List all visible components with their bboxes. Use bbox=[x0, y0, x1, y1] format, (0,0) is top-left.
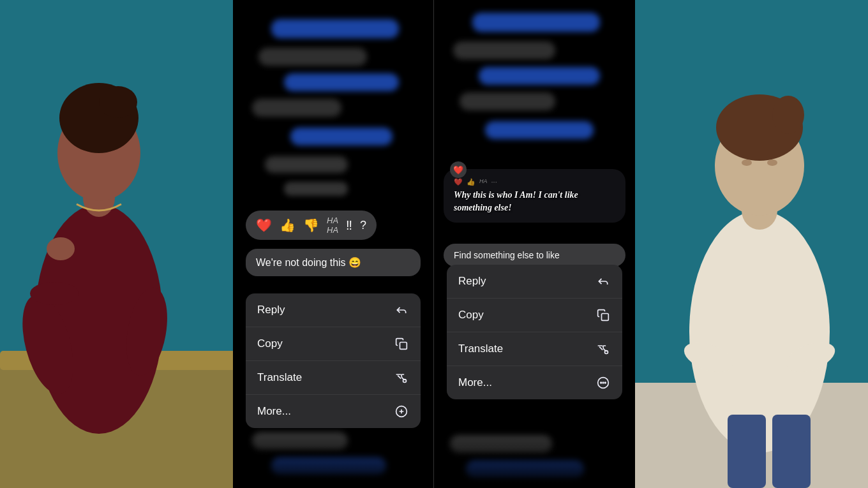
callout-text-right: Why this is who I Am! I can't like somet… bbox=[454, 189, 615, 214]
blur-msg-r4 bbox=[460, 92, 555, 110]
svg-point-10 bbox=[99, 86, 137, 118]
blur-msg-4 bbox=[252, 99, 341, 117]
context-menu-right: Reply Copy Translate bbox=[447, 265, 622, 399]
message-bubble-left: We're not doing this 😄 bbox=[246, 249, 421, 276]
callout-bubble-right: ❤️ ❤️ 👍 HA ··· Why this is who I Am! I c… bbox=[444, 169, 625, 223]
svg-point-31 bbox=[601, 382, 602, 383]
translate-icon-right bbox=[595, 341, 611, 357]
more-icon-left bbox=[394, 404, 409, 419]
react-more: ··· bbox=[491, 178, 497, 186]
phone-left: ❤️ 👍 👎 HAHA ‼️ ? We're not doing this 😄 … bbox=[233, 0, 434, 488]
react-thumb: 👍 bbox=[467, 178, 475, 186]
background-left bbox=[0, 0, 239, 488]
blur-msg-r3 bbox=[479, 67, 600, 85]
blur-msg-1 bbox=[271, 19, 399, 38]
svg-point-33 bbox=[605, 382, 606, 383]
menu-label-more-right: More... bbox=[458, 376, 492, 389]
reaction-haha[interactable]: HAHA bbox=[327, 216, 338, 235]
reply-icon-left bbox=[394, 302, 409, 318]
menu-item-translate-right[interactable]: Translate bbox=[447, 332, 622, 366]
blur-msg-3 bbox=[284, 73, 399, 91]
translate-icon-left bbox=[394, 370, 409, 385]
reaction-heart[interactable]: ❤️ bbox=[256, 218, 272, 233]
menu-label-reply-right: Reply bbox=[458, 275, 486, 288]
reaction-bar-left[interactable]: ❤️ 👍 👎 HAHA ‼️ ? bbox=[246, 211, 377, 240]
more-icon-right bbox=[595, 375, 611, 390]
menu-item-more-left[interactable]: More... bbox=[246, 395, 421, 428]
menu-label-reply-left: Reply bbox=[257, 304, 285, 316]
bottom-blur-left bbox=[233, 437, 433, 488]
blur-msg-r2 bbox=[453, 41, 555, 59]
find-something-pill[interactable]: Find something else to like bbox=[444, 244, 625, 267]
menu-item-more-right[interactable]: More... bbox=[447, 366, 622, 399]
menu-label-more-left: More... bbox=[257, 405, 291, 418]
reply-icon-right bbox=[595, 274, 611, 289]
svg-point-22 bbox=[772, 96, 804, 134]
phone-right: ❤️ ❤️ 👍 HA ··· Why this is who I Am! I c… bbox=[434, 0, 635, 488]
phone-screens-area: ❤️ 👍 👎 HAHA ‼️ ? We're not doing this 😄 … bbox=[233, 0, 635, 488]
menu-label-translate-left: Translate bbox=[257, 371, 302, 384]
find-label: Find something else to like bbox=[454, 250, 560, 260]
background-right bbox=[625, 0, 868, 488]
svg-rect-25 bbox=[400, 343, 407, 350]
blur-msg-r1 bbox=[472, 13, 600, 32]
message-text-left: We're not doing this 😄 bbox=[256, 257, 361, 268]
reaction-exclaim[interactable]: ‼️ bbox=[346, 218, 352, 233]
react-heart: ❤️ bbox=[454, 178, 463, 186]
blur-msg-6 bbox=[265, 156, 348, 173]
blur-msg-r5 bbox=[485, 121, 594, 139]
menu-item-reply-left[interactable]: Reply bbox=[246, 293, 421, 327]
svg-rect-16 bbox=[772, 415, 811, 488]
svg-point-26 bbox=[403, 380, 407, 383]
menu-label-translate-right: Translate bbox=[458, 343, 503, 355]
blur-msg-2 bbox=[258, 48, 367, 66]
person-right-silhouette bbox=[625, 0, 868, 488]
copy-icon-left bbox=[394, 336, 409, 351]
svg-point-29 bbox=[605, 351, 608, 354]
blur-msg-7 bbox=[284, 182, 348, 196]
heart-reaction-right: ❤️ bbox=[450, 161, 467, 178]
svg-point-23 bbox=[742, 159, 752, 166]
bottom-blur-right bbox=[434, 437, 635, 488]
reaction-thumbsdown[interactable]: 👎 bbox=[303, 218, 319, 233]
reaction-question[interactable]: ? bbox=[360, 219, 366, 232]
copy-icon-right bbox=[595, 307, 611, 323]
svg-point-11 bbox=[30, 282, 79, 305]
menu-item-translate-left[interactable]: Translate bbox=[246, 361, 421, 395]
react-haha: HA bbox=[479, 178, 488, 186]
person-left-silhouette bbox=[0, 0, 239, 488]
svg-point-6 bbox=[47, 237, 75, 260]
menu-item-reply-right[interactable]: Reply bbox=[447, 265, 622, 299]
svg-point-24 bbox=[767, 159, 777, 166]
menu-label-copy-right: Copy bbox=[458, 309, 484, 322]
context-menu-left: Reply Copy Translate bbox=[246, 293, 421, 428]
menu-label-copy-left: Copy bbox=[257, 337, 283, 350]
menu-item-copy-right[interactable]: Copy bbox=[447, 299, 622, 332]
reaction-row-right: ❤️ 👍 HA ··· bbox=[454, 178, 615, 186]
svg-rect-28 bbox=[602, 314, 609, 321]
menu-item-copy-left[interactable]: Copy bbox=[246, 327, 421, 361]
blur-msg-5 bbox=[290, 128, 393, 145]
svg-rect-15 bbox=[728, 415, 766, 488]
svg-point-32 bbox=[602, 382, 604, 383]
reaction-thumbsup[interactable]: 👍 bbox=[280, 218, 296, 233]
